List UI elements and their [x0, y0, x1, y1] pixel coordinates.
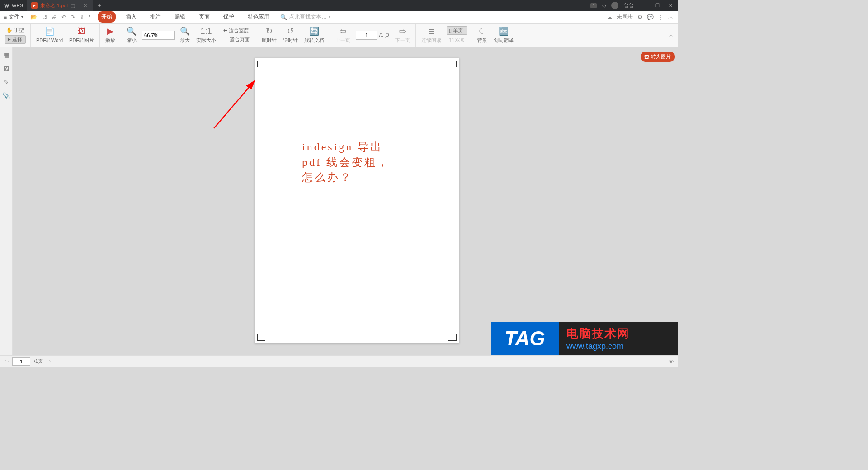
collapse-ribbon-icon[interactable]: ︿	[668, 13, 674, 21]
add-tab-button[interactable]: ＋	[93, 0, 106, 11]
close-window-button[interactable]: ✕	[667, 3, 675, 9]
notification-badge[interactable]: 1	[590, 3, 597, 8]
doublepage-label: 双页	[455, 37, 465, 43]
quick-access: 📂 🖫 🖨 ↶ ↷ ⇪ ▾	[27, 14, 94, 20]
zoom-in-button[interactable]: 🔍 放大	[179, 26, 191, 44]
export-icon[interactable]: ⇪	[80, 14, 84, 20]
document-tab-name: 未命名-1.pdf	[40, 2, 68, 9]
background-button[interactable]: ☾ 背景	[476, 26, 488, 44]
hand-icon: ✋	[6, 27, 13, 33]
crop-mark-tr	[448, 61, 457, 67]
play-button[interactable]: ▶ 播放	[104, 26, 116, 44]
hamburger-icon: ≡	[4, 14, 7, 20]
watermark-line2: www.tagxp.com	[566, 342, 678, 351]
rotate-doc-button[interactable]: 🔄 旋转文档	[303, 26, 325, 44]
bookmarks-icon[interactable]: 🖼	[3, 65, 9, 72]
single-page-button[interactable]: ▯ 单页	[447, 26, 467, 35]
convert-to-image-button[interactable]: 🖼 转为图片	[641, 52, 675, 62]
actualsize-icon: 1:1	[201, 26, 212, 36]
rotdoc-label: 旋转文档	[304, 37, 324, 44]
ribbon-tabs: 开始 插入 批注 编辑 页面 保护 特色应用	[94, 11, 273, 23]
play-icon: ▶	[107, 26, 113, 36]
rotate-cw-button[interactable]: ↻ 顺时针	[261, 26, 278, 44]
crop-mark-br	[448, 334, 457, 341]
document-canvas[interactable]: indesign 导出 pdf 线会变粗，怎么办？	[13, 47, 678, 355]
print-icon[interactable]: 🖨	[52, 14, 57, 20]
fit-page-button[interactable]: ⛶ 适合页面	[222, 36, 251, 43]
app-logo: WPS	[0, 2, 27, 9]
status-page-total: /1页	[34, 358, 43, 365]
tab-present-icon[interactable]: ▢	[71, 3, 75, 9]
zoom-input[interactable]	[142, 31, 175, 40]
watermark-text: 电脑技术网 www.tagxp.com	[559, 322, 678, 355]
titlebar: WPS P 未命名-1.pdf ▢ ✕ ＋ 1 ◇ 普普 — ❐ ✕	[0, 0, 678, 11]
search-placeholder: 点此查找文本…	[289, 13, 327, 21]
hand-tool[interactable]: ✋ 手型	[5, 26, 26, 34]
dict-translate-button[interactable]: 🔤 划词翻译	[493, 26, 514, 44]
ribbon-collapse-button[interactable]: ︿	[669, 32, 678, 38]
tab-edit[interactable]: 编辑	[171, 11, 189, 23]
rotate-ccw-icon: ↺	[287, 26, 294, 36]
tab-protect[interactable]: 保护	[220, 11, 238, 23]
tab-features[interactable]: 特色应用	[244, 11, 273, 23]
menubar: ≡ 文件 ▾ 📂 🖫 🖨 ↶ ↷ ⇪ ▾ 开始 插入 批注 编辑 页面 保护 特…	[0, 11, 678, 24]
thumbnails-icon[interactable]: ▦	[3, 52, 9, 59]
save-icon[interactable]: 🖫	[42, 14, 47, 20]
search-dropdown-icon: ▾	[329, 15, 330, 19]
double-page-button[interactable]: ▯▯ 双页	[447, 36, 467, 44]
quick-dropdown-icon[interactable]: ▾	[89, 14, 90, 20]
undo-icon[interactable]: ↶	[61, 14, 66, 20]
redo-icon[interactable]: ↷	[71, 14, 75, 20]
sync-status[interactable]: 未同步	[617, 13, 633, 21]
play-label: 播放	[105, 37, 115, 44]
fitwidth-label: 适合宽度	[229, 27, 249, 34]
status-prev-icon[interactable]: ⇦	[5, 358, 9, 364]
fitwidth-icon: ⬌	[223, 28, 227, 33]
document-textbox: indesign 导出 pdf 线会变粗，怎么办？	[292, 127, 408, 202]
feedback-icon[interactable]: 💬	[647, 14, 654, 20]
watermark-tag: TAG	[491, 322, 559, 355]
menubar-right: ☁ 未同步 ⚙ 💬 ⋮ ︿	[607, 13, 678, 21]
skin-icon[interactable]: ◇	[602, 3, 606, 9]
minimize-button[interactable]: —	[639, 3, 648, 8]
status-page-input[interactable]	[12, 357, 30, 366]
close-tab-icon[interactable]: ✕	[82, 3, 88, 9]
pdf-to-word-button[interactable]: 📄 PDF转Word	[35, 26, 64, 44]
select-tool[interactable]: ➤ 选择	[5, 35, 26, 44]
pdf2img-label: PDF转图片	[69, 37, 94, 44]
watermark: TAG 电脑技术网 www.tagxp.com	[491, 322, 678, 355]
tab-start[interactable]: 开始	[98, 11, 116, 23]
continuous-read-button[interactable]: ≣ 连续阅读	[420, 26, 442, 44]
maximize-button[interactable]: ❐	[653, 3, 661, 9]
fitpage-label: 适合页面	[230, 36, 250, 43]
floatbtn-label: 转为图片	[651, 53, 671, 60]
search-box[interactable]: 🔍 点此查找文本… ▾	[273, 13, 330, 21]
svg-line-0	[214, 81, 255, 128]
tab-annotate[interactable]: 批注	[146, 11, 165, 23]
zoom-out-button[interactable]: 🔍 缩小	[126, 26, 137, 44]
pdf-to-image-button[interactable]: 🖼 PDF转图片	[68, 26, 95, 44]
settings-icon[interactable]: ⚙	[637, 14, 642, 20]
tab-insert[interactable]: 插入	[122, 11, 140, 23]
left-sidebar: ▦ 🖼 ✎ 📎	[0, 47, 13, 355]
ribbon-page-input[interactable]	[356, 31, 377, 40]
status-next-icon[interactable]: ⇨	[47, 358, 51, 364]
zoomout-icon: 🔍	[127, 26, 137, 36]
attachments-icon[interactable]: 📎	[2, 92, 10, 99]
user-avatar-icon[interactable]	[611, 2, 618, 9]
rotate-ccw-button[interactable]: ↺ 逆时针	[282, 26, 299, 44]
search-icon: 🔍	[280, 14, 287, 20]
annotations-icon[interactable]: ✎	[4, 79, 9, 86]
tab-page[interactable]: 页面	[195, 11, 213, 23]
select-label: 选择	[12, 36, 22, 43]
fit-width-button[interactable]: ⬌ 适合宽度	[222, 27, 251, 34]
eye-protection-icon[interactable]: 👁	[669, 359, 674, 364]
actual-size-button[interactable]: 1:1 实际大小	[195, 26, 217, 44]
more-icon[interactable]: ⋮	[658, 14, 664, 20]
document-text: indesign 导出 pdf 线会变粗，怎么办？	[302, 140, 398, 185]
cloud-sync-icon: ☁	[607, 14, 612, 20]
file-menu[interactable]: ≡ 文件 ▾	[0, 13, 27, 21]
open-icon[interactable]: 📂	[30, 14, 37, 20]
document-tab[interactable]: P 未命名-1.pdf ▢ ✕	[27, 0, 93, 11]
chevron-down-icon: ▾	[21, 15, 23, 19]
